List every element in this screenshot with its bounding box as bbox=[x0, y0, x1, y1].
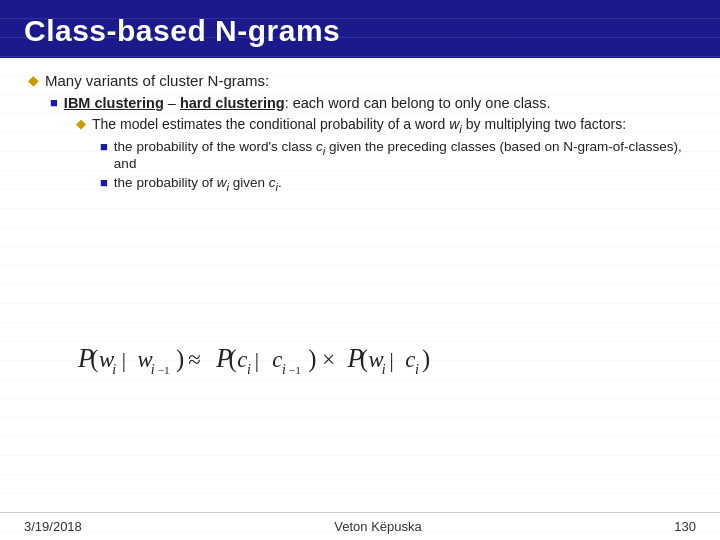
wi-italic-2: wi bbox=[217, 175, 229, 190]
sub-bullet-ibm-text: IBM clustering – hard clustering: each w… bbox=[64, 95, 551, 111]
prob-class-text: the probability of the word's class ci g… bbox=[114, 139, 692, 172]
svg-text:i: i bbox=[112, 361, 116, 376]
ci-sub-2: i bbox=[275, 181, 278, 193]
svg-text:(: ( bbox=[90, 344, 98, 372]
svg-text:i: i bbox=[247, 361, 251, 376]
wi-sub-2: i bbox=[226, 181, 229, 193]
bullet-probability-class: ■ the probability of the word's class ci… bbox=[100, 139, 692, 172]
top-bullet: ◆ Many variants of cluster N-grams: bbox=[28, 72, 692, 89]
formula-svg: P ( w i | w i −1 ) ≈ P ( c i | bbox=[38, 321, 538, 391]
svg-text:i: i bbox=[382, 361, 386, 376]
wi-italic: wi bbox=[449, 116, 462, 132]
dash-separator: – bbox=[168, 95, 180, 111]
sub-sub-bullets: ◆ The model estimates the conditional pr… bbox=[76, 116, 692, 193]
square-icon-1: ■ bbox=[50, 95, 58, 110]
svg-text:×: × bbox=[322, 346, 335, 371]
svg-text:−1: −1 bbox=[289, 363, 301, 375]
diamond-icon-2: ◆ bbox=[76, 116, 86, 131]
sub-sub-bullet-model: ◆ The model estimates the conditional pr… bbox=[76, 116, 692, 135]
ci-sub-1: i bbox=[323, 144, 326, 156]
svg-text:(: ( bbox=[360, 344, 368, 372]
slide-title: Class-based N-grams bbox=[24, 14, 696, 48]
slide: Class-based N-grams ◆ Many variants of c… bbox=[0, 0, 720, 540]
prob-wi-text: the probability of wi given ci. bbox=[114, 175, 282, 193]
bullet-probability-wi: ■ the probability of wi given ci. bbox=[100, 175, 692, 193]
wi-sub: i bbox=[459, 122, 462, 135]
svg-text:c: c bbox=[237, 346, 247, 371]
sub-bullet-ibm: ■ IBM clustering – hard clustering: each… bbox=[50, 95, 692, 111]
footer-page: 130 bbox=[674, 519, 696, 534]
colon-text: : each word can belong to only one class… bbox=[285, 95, 551, 111]
hard-clustering-label: hard clustering bbox=[180, 95, 285, 111]
sub-sub-sub-bullets: ■ the probability of the word's class ci… bbox=[100, 139, 692, 193]
slide-footer: 3/19/2018 Veton Këpuska 130 bbox=[0, 512, 720, 540]
ibm-clustering-label: IBM clustering bbox=[64, 95, 164, 111]
svg-text:|: | bbox=[390, 347, 394, 371]
svg-text:i: i bbox=[151, 361, 155, 376]
svg-text:c: c bbox=[405, 346, 415, 371]
svg-text:≈: ≈ bbox=[188, 346, 201, 371]
square-icon-2: ■ bbox=[100, 139, 108, 154]
slide-content: ◆ Many variants of cluster N-grams: ■ IB… bbox=[0, 58, 720, 512]
ci-italic-2: ci bbox=[269, 175, 278, 190]
footer-author: Veton Këpuska bbox=[334, 519, 421, 534]
svg-text:c: c bbox=[272, 346, 282, 371]
top-bullet-text: Many variants of cluster N-grams: bbox=[45, 72, 269, 89]
svg-text:i: i bbox=[282, 361, 286, 376]
sub-bullets: ■ IBM clustering – hard clustering: each… bbox=[50, 95, 692, 197]
svg-text:): ) bbox=[176, 344, 184, 372]
model-text: The model estimates the conditional prob… bbox=[92, 116, 626, 135]
svg-text:|: | bbox=[122, 347, 126, 371]
formula-area: P ( w i | w i −1 ) ≈ P ( c i | bbox=[38, 207, 692, 504]
svg-text:): ) bbox=[308, 344, 316, 372]
title-bar: Class-based N-grams bbox=[0, 0, 720, 58]
svg-text:): ) bbox=[422, 344, 430, 372]
ci-italic-1: ci bbox=[316, 139, 325, 154]
svg-text:|: | bbox=[255, 347, 259, 371]
svg-text:(: ( bbox=[229, 344, 237, 372]
svg-text:−1: −1 bbox=[158, 363, 170, 375]
footer-date: 3/19/2018 bbox=[24, 519, 82, 534]
diamond-icon: ◆ bbox=[28, 72, 39, 88]
svg-text:i: i bbox=[415, 361, 419, 376]
square-icon-3: ■ bbox=[100, 175, 108, 190]
